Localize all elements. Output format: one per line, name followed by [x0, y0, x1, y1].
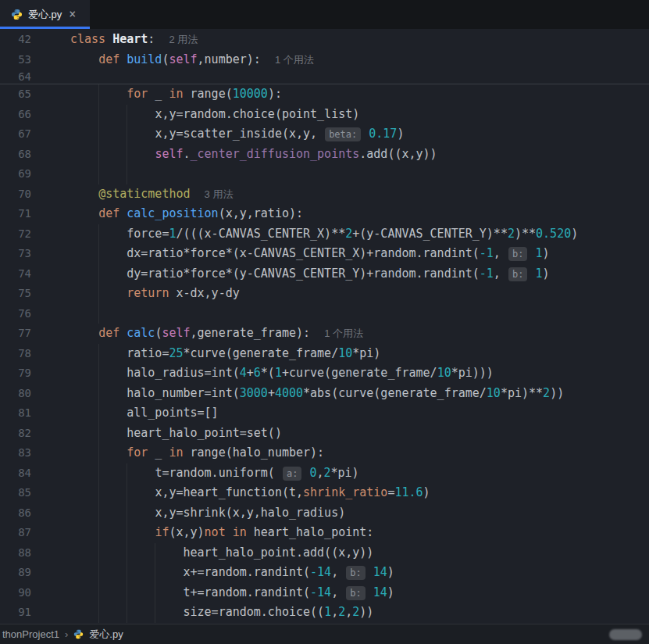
code-token: 3000: [240, 386, 268, 400]
line-number[interactable]: 67: [0, 124, 70, 145]
line-number[interactable]: 87: [0, 523, 70, 543]
code-line[interactable]: 68 self._center_diffusion_points.add((x,…: [0, 145, 649, 165]
usage-hint[interactable]: 1 个用法: [275, 54, 314, 66]
code-token: [362, 127, 369, 141]
code-line[interactable]: 79 halo_radius=int(4+6*(1+curve(generate…: [0, 363, 649, 384]
line-number[interactable]: 42: [0, 29, 70, 49]
code-token: for: [127, 445, 148, 460]
file-tab[interactable]: 爱心.py ×: [0, 0, 90, 29]
code-line[interactable]: 69: [0, 164, 649, 184]
code-line[interactable]: 91 size=random.choice((1,2,2)): [0, 603, 649, 623]
code-token: halo_radius=int(: [127, 366, 240, 380]
code-token: 25: [169, 346, 183, 360]
code-line[interactable]: 87 if(x,y)not in heart_halo_point:: [0, 523, 649, 543]
tab-close-icon[interactable]: ×: [67, 7, 77, 22]
line-number[interactable]: 73: [0, 244, 70, 264]
code-line[interactable]: 42class Heart: 2 用法: [0, 29, 649, 49]
code-token: calc: [127, 326, 155, 340]
usage-hint[interactable]: 1 个用法: [324, 327, 363, 339]
line-number[interactable]: 75: [0, 284, 70, 304]
line-number[interactable]: 82: [0, 424, 70, 444]
code-token: )): [550, 386, 564, 400]
indent-guide: [155, 543, 155, 564]
code-line[interactable]: 66 x,y=random.choice(point_list): [0, 105, 649, 125]
line-number[interactable]: 77: [0, 324, 70, 344]
code-token: def: [98, 52, 127, 66]
line-number[interactable]: 90: [0, 583, 70, 603]
code-content: halo_radius=int(4+6*(1+curve(generate_fr…: [70, 363, 649, 384]
code-token: for: [127, 87, 148, 101]
code-line[interactable]: 73 dx=ratio*force*(x-CANVAS_CENTER_X)+ra…: [0, 244, 649, 264]
code-token: *pi))): [451, 366, 494, 380]
code-line[interactable]: 89 x+=random.randint(-14, b: 14): [0, 563, 649, 583]
line-number[interactable]: 66: [0, 105, 70, 125]
code-token: 0.520: [536, 227, 571, 241]
line-number[interactable]: 69: [0, 164, 70, 184]
code-line[interactable]: 78 ratio=25*curve(generate_frame/10*pi): [0, 344, 649, 364]
line-number[interactable]: 76: [0, 304, 70, 324]
code-line[interactable]: 76: [0, 304, 649, 324]
line-number[interactable]: 88: [0, 543, 70, 564]
code-token: +(y-CANVAS_CENTER_Y)**: [352, 227, 508, 241]
line-number[interactable]: 79: [0, 363, 70, 384]
code-token: 2: [338, 605, 345, 619]
line-number[interactable]: 65: [0, 84, 70, 105]
code-line[interactable]: 85 x,y=heart_function(t,shrink_ratio=11.…: [0, 483, 649, 503]
code-token: 14: [373, 565, 387, 579]
code-token: _: [148, 445, 169, 460]
code-editor[interactable]: 42class Heart: 2 用法53 def build(self,num…: [0, 29, 649, 624]
code-line[interactable]: 80 halo_number=int(3000+4000*abs(curve(g…: [0, 384, 649, 404]
breadcrumb-file[interactable]: 爱心.py: [89, 628, 123, 642]
line-number[interactable]: 89: [0, 563, 70, 583]
code-line[interactable]: 72 force=1/(((x-CANVAS_CENTER_X)**2+(y-C…: [0, 224, 649, 245]
code-content: x,y=scatter_inside(x,y, beta: 0.17): [70, 124, 649, 145]
code-token: 2: [508, 227, 515, 241]
line-number[interactable]: 70: [0, 184, 70, 205]
code-token: ): [387, 585, 394, 599]
code-line[interactable]: 67 x,y=scatter_inside(x,y, beta: 0.17): [0, 124, 649, 145]
ide-window: 爱心.py × 42class Heart: 2 用法53 def build(…: [0, 0, 649, 644]
line-number[interactable]: 85: [0, 483, 70, 503]
line-number[interactable]: 83: [0, 443, 70, 463]
indent-guide: [127, 105, 127, 125]
code-line[interactable]: 81 all_points=[]: [0, 403, 649, 424]
line-number[interactable]: 71: [0, 204, 70, 224]
line-number[interactable]: 72: [0, 224, 70, 245]
line-number[interactable]: 64: [0, 70, 70, 84]
line-number[interactable]: 84: [0, 463, 70, 484]
code-line[interactable]: 83 for _ in range(halo_number):: [0, 443, 649, 463]
line-number[interactable]: 86: [0, 503, 70, 524]
code-line[interactable]: 53 def build(self,number): 1 个用法: [0, 49, 649, 70]
breadcrumb: thonProject1 › 爱心.py: [0, 628, 123, 642]
indent-guide: [98, 145, 99, 165]
code-line[interactable]: 75 return x-dx,y-dy: [0, 284, 649, 304]
code-content: def build(self,number): 1 个用法: [70, 49, 649, 70]
usage-hint[interactable]: 2 用法: [169, 34, 198, 45]
code-line[interactable]: 90 t+=random.randint(-14, b: 14): [0, 583, 649, 603]
line-number[interactable]: 91: [0, 603, 70, 623]
line-number[interactable]: 68: [0, 145, 70, 165]
line-number[interactable]: 81: [0, 403, 70, 424]
code-line[interactable]: 65 for _ in range(10000):: [0, 84, 649, 105]
code-token: self: [169, 52, 197, 66]
code-line[interactable]: 82 heart_halo_point=set(): [0, 424, 649, 444]
line-number[interactable]: 80: [0, 384, 70, 404]
breadcrumb-project[interactable]: thonProject1: [2, 628, 59, 640]
line-number[interactable]: 53: [0, 49, 70, 70]
code-line[interactable]: 70 @staticmethod 3 用法: [0, 184, 649, 205]
code-line[interactable]: 64: [0, 70, 649, 84]
line-number[interactable]: 78: [0, 344, 70, 364]
line-number[interactable]: 74: [0, 264, 70, 284]
indent-guide: [98, 583, 99, 603]
usage-hint[interactable]: 3 用法: [205, 188, 234, 200]
code-content: force=1/(((x-CANVAS_CENTER_X)**2+(y-CANV…: [70, 224, 649, 245]
code-line[interactable]: 84 t=random.uniform( a: 0,2*pi): [0, 463, 649, 484]
code-token: /(((x-CANVAS_CENTER_X)**: [176, 227, 345, 241]
code-line[interactable]: 71 def calc_position(x,y,ratio):: [0, 204, 649, 224]
code-line[interactable]: 86 x,y=shrink(x,y,halo_radius): [0, 503, 649, 524]
code-line[interactable]: 77 def calc(self,generate_frame): 1 个用法: [0, 324, 649, 344]
code-line[interactable]: 88 heart_halo_point.add((x,y)): [0, 543, 649, 564]
inlay-param-hint: a:: [283, 467, 301, 481]
code-line[interactable]: 74 dy=ratio*force*(y-CANVAS_CENTER_Y)+ra…: [0, 264, 649, 284]
code-token: -14: [310, 585, 331, 599]
